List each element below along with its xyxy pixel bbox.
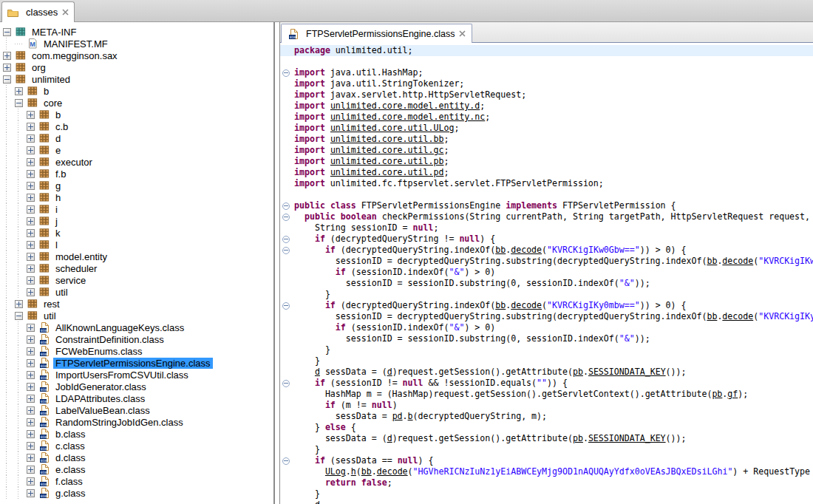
tree-item[interactable]: executor [0,156,273,168]
fold-collapse-icon[interactable] [282,380,290,387]
tree-item[interactable]: e [0,144,273,156]
code-reference-link[interactable]: unlimited.core.util.pb [330,156,444,166]
collapse-minus-icon[interactable] [3,75,11,84]
tree-item[interactable]: 010LDAPAttributes.class [0,392,273,404]
code-line[interactable]: } [280,355,813,367]
code-reference-link[interactable]: d [387,433,392,443]
tree-item[interactable]: scheduler [0,262,273,274]
code-line[interactable]: } else { [280,422,813,433]
expand-plus-icon[interactable] [27,134,35,143]
code-line[interactable]: sessionID = decryptedQueryString.substri… [280,256,813,267]
tree-item[interactable]: 010ConstraintDefinition.class [0,333,273,345]
code-reference-link[interactable]: bb [707,256,717,266]
code-reference-link[interactable]: gf [727,389,738,399]
code-line[interactable]: import unlimited.core.util.gc; [280,145,813,156]
code-reference-link[interactable]: unlimited.core.model.entity.d [330,101,480,111]
code-reference-link[interactable]: pb [573,433,583,443]
code-reference-link[interactable]: d [387,367,392,377]
code-reference-link[interactable]: decode [722,311,753,321]
expand-plus-icon[interactable] [27,347,35,355]
expand-plus-icon[interactable] [27,253,35,261]
code-reference-link[interactable]: SESSIONDATA_KEY [588,433,666,443]
code-line[interactable]: sessionID = sessionID.substring(0, sessi… [280,278,813,289]
tree-item[interactable]: org [0,61,273,73]
fold-collapse-icon[interactable] [282,247,290,254]
tree-item[interactable]: META-INF [0,26,273,38]
code-line[interactable]: } [280,488,813,500]
panel-splitter[interactable] [274,22,280,504]
expand-plus-icon[interactable] [27,454,35,462]
code-reference-link[interactable]: decode [511,300,542,310]
code-line[interactable]: sessionID = sessionID.substring(0, sessi… [280,333,813,344]
expand-plus-icon[interactable] [27,217,35,225]
code-line[interactable]: import unlimited.fc.ftpservlet.servlet.F… [280,178,813,189]
code-line[interactable]: import unlimited.core.model.entity.d; [280,101,813,112]
code-line[interactable]: if (sessionID.indexOf("&") > 0) [280,267,813,278]
expand-plus-icon[interactable] [27,288,35,296]
code-line-current[interactable]: package unlimited.util; [280,45,813,56]
tree-item[interactable]: 010c.class [0,440,273,452]
code-line[interactable] [280,56,813,67]
expand-plus-icon[interactable] [27,489,35,497]
code-line[interactable]: d [280,500,813,504]
tree-item[interactable]: j [0,215,273,227]
expand-plus-icon[interactable] [27,205,35,214]
code-reference-link[interactable]: unlimited.core.util.pd [330,167,444,177]
tree-item[interactable]: 010b.class [0,428,273,440]
expand-plus-icon[interactable] [27,111,35,119]
code-reference-link[interactable]: bb [495,300,506,310]
expand-plus-icon[interactable] [27,265,35,273]
tab-ftpservletpermissionsengine[interactable]: 010 FTPServletPermissionsEngine.class [281,24,472,43]
code-reference-link[interactable]: unlimited.core.model.entity.nc [330,112,485,122]
tree-item[interactable]: b [0,109,273,120]
code-reference-link[interactable]: bb [495,245,506,255]
code-line[interactable]: ULog.h(bb.decode("HGVheRICNzIuNz1yEiABWC… [280,466,813,477]
code-line[interactable]: import javax.servlet.http.HttpServletReq… [280,89,813,101]
expand-plus-icon[interactable] [27,158,35,166]
code-line[interactable]: String sessionID = null; [280,222,813,234]
tree-item[interactable]: d [0,132,273,144]
expand-plus-icon[interactable] [27,359,35,367]
expand-plus-icon[interactable] [27,170,35,178]
expand-plus-icon[interactable] [3,64,11,72]
tree-item[interactable]: MMANIFEST.MF [0,38,273,50]
code-reference-link[interactable]: bb [361,466,372,477]
fold-collapse-icon[interactable] [282,302,290,310]
collapse-minus-icon[interactable] [15,312,23,320]
expand-plus-icon[interactable] [27,395,35,403]
expand-plus-icon[interactable] [27,442,35,450]
code-line[interactable]: if (decryptedQueryString.indexOf(bb.deco… [280,245,813,256]
tree-item[interactable]: com.megginson.sax [0,50,273,61]
tree-item[interactable]: g [0,180,273,191]
code-line[interactable]: import unlimited.core.model.entity.nc; [280,112,813,123]
tree-item[interactable]: 010RandomStringJobIdGen.class [0,416,273,428]
collapse-minus-icon[interactable] [3,28,11,36]
expand-plus-icon[interactable] [3,52,11,60]
code-line[interactable]: return false; [280,477,813,488]
expand-plus-icon[interactable] [27,418,35,426]
code-line[interactable]: if (decryptedQueryString != null) { [280,234,813,245]
expand-plus-icon[interactable] [27,466,35,474]
code-reference-link[interactable]: d [315,367,320,377]
code-line[interactable]: HashMap m = (HashMap)request.getSession(… [280,389,813,400]
code-line[interactable]: if (m != null) [280,400,813,411]
fold-collapse-icon[interactable] [282,457,290,465]
code-reference-link[interactable]: unlimited.core.util.bb [330,134,444,144]
tree-item[interactable]: 010ImportUsersFromCSVUtil.class [0,369,273,381]
code-line[interactable]: import unlimited.core.util.ULog; [280,123,813,134]
code-reference-link[interactable]: pd [392,411,403,421]
tree-item[interactable]: util [0,310,273,321]
expand-plus-icon[interactable] [27,123,35,131]
expand-plus-icon[interactable] [27,324,35,332]
tree-item[interactable]: 010FTPServletPermissionsEngine.class [0,357,273,369]
code-reference-link[interactable]: decode [722,256,753,266]
expand-plus-icon[interactable] [27,241,35,249]
code-line[interactable]: if (sessData == null) { [280,455,813,466]
fold-collapse-icon[interactable] [282,214,290,221]
close-icon[interactable] [458,30,466,38]
code-reference-link[interactable]: pb [573,367,583,377]
code-line[interactable]: } [280,444,813,455]
tree-item[interactable]: 010FCWebEnums.class [0,345,273,357]
expand-plus-icon[interactable] [27,229,35,237]
expand-plus-icon[interactable] [15,87,23,95]
